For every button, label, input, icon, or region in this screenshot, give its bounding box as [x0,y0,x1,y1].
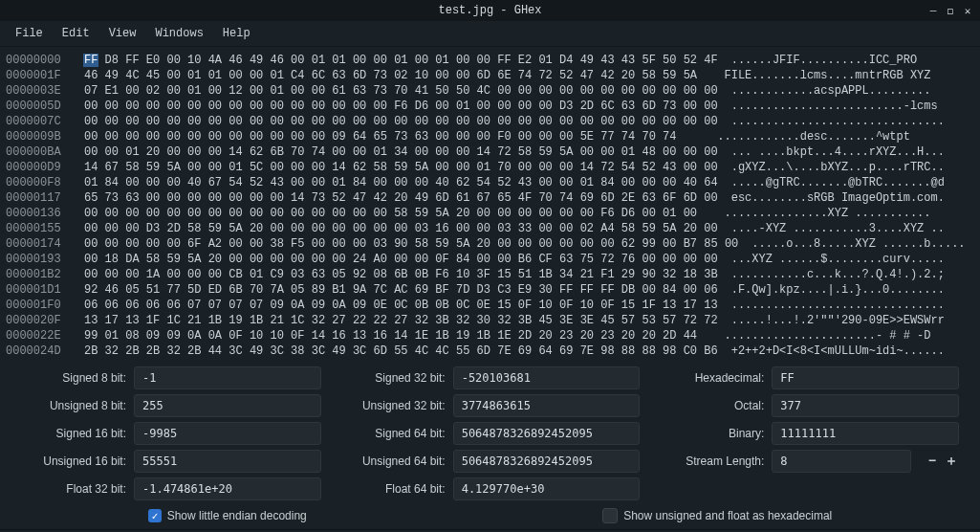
hex-bytes[interactable]: 14 67 58 59 5A 00 00 01 5C 00 00 00 14 6… [84,160,731,175]
field-value[interactable]: 55551 [134,450,321,473]
ascii[interactable]: .....@gTRC.......@bTRC.......@d [731,175,945,190]
minus-icon[interactable]: − [925,454,940,469]
field-value[interactable]: 4.129770e+30 [453,477,641,500]
hex-bytes[interactable]: 99 01 08 09 09 0A 0A 0F 10 10 0F 14 16 1… [84,328,724,344]
menu-help[interactable]: Help [213,23,260,44]
hex-row[interactable]: 000000F801 84 00 00 00 40 67 54 52 43 00… [6,175,974,190]
field-value[interactable]: 11111111 [772,422,959,445]
hex-row[interactable]: 0000019300 18 DA 58 59 5A 20 00 00 00 00… [6,252,974,267]
field-value[interactable]: -1 [134,366,321,389]
hex-view[interactable]: 00000000FF D8 FF E0 00 10 4A 46 49 46 00… [0,47,980,361]
ascii[interactable]: ............................... [731,114,945,129]
ascii[interactable]: ............desc.......^wtpt [717,129,910,144]
inspector-row: Unsigned 64 bit:5064878326892452095 [340,450,641,473]
inspector-row: Unsigned 8 bit:255 [21,394,321,417]
ascii[interactable]: ....-XYZ ...........3....XYZ .. [731,221,945,236]
minimize-icon[interactable]: — [926,4,940,17]
ascii[interactable]: ...........c...k...?.Q.4!.).2.; [731,267,945,282]
window-title: test.jpg - GHex [438,4,541,17]
hex-row[interactable]: 0000005D00 00 00 00 00 00 00 00 00 00 00… [6,99,974,114]
ascii[interactable]: .....o...8.....XYZ ......b..... [751,236,965,252]
hex-bytes[interactable]: 2B 32 2B 2B 32 2B 44 3C 49 3C 38 3C 49 3… [84,344,731,359]
hex-bytes[interactable]: 00 00 00 1A 00 00 00 CB 01 C9 03 63 05 9… [84,267,731,282]
hex-bytes[interactable]: 00 00 00 00 00 00 00 00 00 00 00 00 00 0… [84,114,731,129]
field-value[interactable]: -1.474861e+20 [134,477,321,500]
hex-row[interactable]: 0000007C00 00 00 00 00 00 00 00 00 00 00… [6,114,974,129]
menu-view[interactable]: View [99,23,146,44]
field-value[interactable]: 5064878326892452095 [453,450,641,473]
hex-row[interactable]: 000001D192 46 05 51 77 5D ED 6B 70 7A 05… [6,282,974,298]
hex-bytes[interactable]: 92 46 05 51 77 5D ED 6B 70 7A 05 89 B1 9… [84,282,731,298]
offset: 0000009B [6,129,84,144]
hex-bytes[interactable]: 00 00 00 00 00 00 00 00 00 00 00 00 00 0… [84,99,731,114]
field-value[interactable]: 255 [134,394,321,417]
hex-row[interactable]: 0000003E07 E1 00 02 00 01 00 12 00 01 00… [6,83,974,99]
ascii[interactable]: ......JFIF..........ICC_PRO [731,53,917,68]
ascii[interactable]: .....!...!.2'""'290-09E>>EWSWrr [731,313,945,328]
ascii[interactable]: ... ....bkpt...4....rXYZ...H... [731,144,945,160]
hex-bytes[interactable]: 06 06 06 06 06 07 07 07 07 09 0A 09 0A 0… [84,298,731,313]
ascii[interactable]: .gXYZ...\....bXYZ...p....rTRC.. [731,160,945,175]
little-endian-checkbox[interactable]: ✓ Show little endian decoding [148,508,307,523]
hex-row[interactable]: 0000017400 00 00 00 00 6F A2 00 00 38 F5… [6,236,974,252]
hex-row[interactable]: 0000015500 00 00 D3 2D 58 59 5A 20 00 00… [6,221,974,236]
ascii[interactable]: ...............XYZ ........... [724,206,930,221]
checkbox-icon[interactable] [602,508,618,523]
hex-row[interactable]: 0000001F46 49 4C 45 00 01 01 00 00 01 C4… [6,68,974,83]
maximize-icon[interactable]: ◻ [944,4,957,17]
ascii[interactable]: FILE.......lcms....mntrRGB XYZ [724,68,930,83]
field-value[interactable]: 377 [772,394,959,417]
ascii[interactable]: ............................... [731,298,945,313]
ascii[interactable]: .F.Qw].kpz....|.i.}...0........ [731,282,945,298]
hex-bytes[interactable]: 00 00 00 00 00 00 00 00 00 00 00 00 09 6… [84,129,717,144]
ascii[interactable]: ............acspAPPL......... [731,83,931,99]
menu-windows[interactable]: Windows [145,23,212,44]
hex-row[interactable]: 000001B200 00 00 1A 00 00 00 CB 01 C9 03… [6,267,974,282]
hex-row[interactable]: 000000D914 67 58 59 5A 00 00 01 5C 00 00… [6,160,974,175]
value-inspector: Signed 8 bit:-1Unsigned 8 bit:255Signed … [0,361,980,502]
hex-row[interactable]: 000001F006 06 06 06 06 07 07 07 07 09 0A… [6,298,974,313]
inspector-row: Unsigned 32 bit:3774863615 [340,394,641,417]
ascii[interactable]: esc........sRGB ImageOptim.com. [731,190,945,206]
hex-bytes[interactable]: 07 E1 00 02 00 01 00 12 00 01 00 00 61 6… [84,83,731,99]
hex-float-checkbox[interactable]: Show unsigned and float as hexadecimal [602,508,832,523]
hex-bytes[interactable]: 00 00 00 00 00 00 00 00 00 00 00 00 00 0… [84,206,724,221]
hex-bytes[interactable]: 00 00 00 D3 2D 58 59 5A 20 00 00 00 00 0… [84,221,731,236]
offset: 000001D1 [6,282,84,298]
hex-row[interactable]: 000000BA00 00 01 20 00 00 00 14 62 6B 70… [6,144,974,160]
hex-bytes[interactable]: 00 00 01 20 00 00 00 14 62 6B 70 74 00 0… [84,144,731,160]
hex-bytes[interactable]: 46 49 4C 45 00 01 01 00 00 01 C4 6C 63 6… [84,68,724,83]
cursor-byte[interactable]: FF [83,54,98,67]
hex-row[interactable]: 0000022E99 01 08 09 09 0A 0A 0F 10 10 0F… [6,328,974,344]
hex-row[interactable]: 0000024D2B 32 2B 2B 32 2B 44 3C 49 3C 38… [6,344,974,359]
hex-row[interactable]: 0000009B00 00 00 00 00 00 00 00 00 00 00… [6,129,974,144]
hex-bytes[interactable]: 13 17 13 1F 1C 21 1B 19 1B 21 1C 32 27 2… [84,313,731,328]
hex-bytes[interactable]: 00 18 DA 58 59 5A 20 00 00 00 00 00 00 2… [84,252,731,267]
field-value[interactable]: 3774863615 [453,394,641,417]
checkbox-icon[interactable]: ✓ [148,509,162,522]
hex-row[interactable]: 0000020F13 17 13 1F 1C 21 1B 19 1B 21 1C… [6,313,974,328]
field-value[interactable]: -520103681 [453,366,641,389]
close-icon[interactable]: ✕ [961,4,974,17]
plus-icon[interactable]: ＋ [944,454,959,469]
ascii[interactable]: ......................- # # -D [724,328,930,344]
inspector-col-mid: Signed 32 bit:-520103681Unsigned 32 bit:… [340,366,641,500]
hex-bytes[interactable]: 01 84 00 00 00 40 67 54 52 43 00 00 01 8… [84,175,731,190]
ascii[interactable]: ...XYZ ......$........curv..... [731,252,945,267]
field-value[interactable]: FF [772,366,959,389]
hex-row[interactable]: 0000011765 73 63 00 00 00 00 00 00 00 14… [6,190,974,206]
field-value[interactable]: 8 [772,450,911,473]
hex-row[interactable]: 00000000FF D8 FF E0 00 10 4A 46 49 46 00… [6,53,974,68]
hex-bytes[interactable]: 65 73 63 00 00 00 00 00 00 00 14 73 52 4… [84,190,731,206]
field-value[interactable]: 5064878326892452095 [453,422,641,445]
field-label: Unsigned 8 bit: [21,399,126,412]
field-value[interactable]: -9985 [134,422,321,445]
hex-row[interactable]: 0000013600 00 00 00 00 00 00 00 00 00 00… [6,206,974,221]
menu-file[interactable]: File [6,23,53,44]
hex-bytes[interactable]: 00 00 00 00 00 6F A2 00 00 38 F5 00 00 0… [84,236,751,252]
field-label: Float 32 bit: [21,482,126,496]
ascii[interactable]: .........................-lcms [731,99,938,114]
hex-bytes[interactable]: FF D8 FF E0 00 10 4A 46 49 46 00 01 01 0… [84,53,731,68]
menu-edit[interactable]: Edit [53,23,99,44]
ascii[interactable]: +2++2+D<I<8<I<mULLUm~idi~...... [731,344,945,359]
